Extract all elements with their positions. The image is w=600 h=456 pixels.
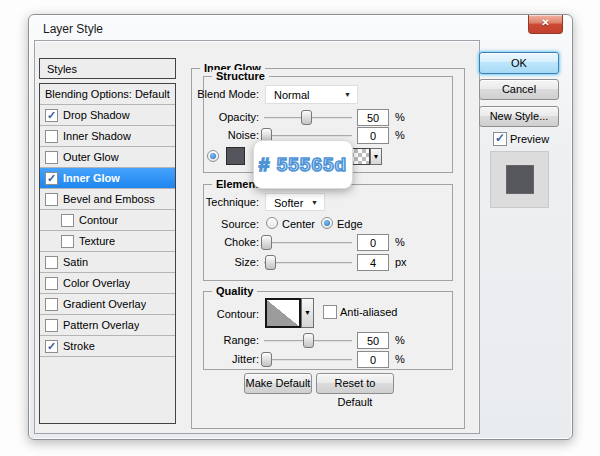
style-checkbox[interactable] <box>61 235 74 248</box>
sidebar-item-color-overlay[interactable]: Color Overlay <box>40 273 175 294</box>
source-label: Source: <box>194 218 259 230</box>
style-checkbox[interactable] <box>45 298 58 311</box>
reset-to-default-button[interactable]: Reset to Default <box>316 373 394 394</box>
blend-mode-dropdown[interactable]: Normal ▼ <box>265 85 358 104</box>
check-icon: ✓ <box>495 131 505 145</box>
style-checkbox-checked[interactable]: ✓ <box>45 340 58 353</box>
styles-list: Blending Options: Default✓Drop ShadowInn… <box>39 83 176 424</box>
size-unit: px <box>395 256 407 268</box>
sidebar-item-blending-options-default[interactable]: Blending Options: Default <box>40 84 175 105</box>
range-label: Range: <box>194 334 259 346</box>
antialiased-checkbox[interactable] <box>323 305 337 319</box>
sidebar-item-satin[interactable]: Satin <box>40 252 175 273</box>
preview-thumbnail <box>490 151 549 208</box>
style-checkbox[interactable] <box>45 193 58 206</box>
source-edge-radio[interactable] <box>321 217 333 229</box>
jitter-slider[interactable] <box>264 351 352 367</box>
slider-track <box>264 262 352 264</box>
sidebar-item-label: Drop Shadow <box>63 109 130 121</box>
size-slider-thumb[interactable] <box>265 255 276 270</box>
size-slider[interactable] <box>264 254 352 270</box>
sidebar-item-label: Contour <box>79 214 118 226</box>
range-unit: % <box>395 334 405 346</box>
preview-label: Preview <box>510 133 549 145</box>
noise-field[interactable]: 0 <box>357 127 389 144</box>
range-slider[interactable] <box>264 332 352 348</box>
sidebar-item-label: Outer Glow <box>63 151 119 163</box>
sidebar-item-label: Gradient Overlay <box>63 298 146 310</box>
range-slider-thumb[interactable] <box>303 333 314 348</box>
sidebar-item-drop-shadow[interactable]: ✓Drop Shadow <box>40 105 175 126</box>
quality-title: Quality <box>212 285 257 297</box>
opacity-slider-thumb[interactable] <box>301 110 312 125</box>
close-button[interactable]: ✕ <box>528 15 563 34</box>
layer-style-dialog: Layer Style ✕ Styles Blending Options: D… <box>28 14 573 440</box>
opacity-unit: % <box>395 111 405 123</box>
styles-header: Styles <box>39 58 176 79</box>
opacity-slider[interactable] <box>264 109 352 125</box>
source-center-radio[interactable] <box>266 217 278 229</box>
sidebar-item-inner-glow[interactable]: ✓Inner Glow <box>40 168 175 189</box>
blend-mode-value: Normal <box>274 89 309 101</box>
choke-slider[interactable] <box>264 234 352 250</box>
preview-layer-swatch <box>506 165 534 194</box>
chevron-down-icon: ▼ <box>304 309 311 316</box>
chevron-down-icon: ▼ <box>344 91 351 98</box>
sidebar-item-pattern-overlay[interactable]: Pattern Overlay <box>40 315 175 336</box>
choke-label: Choke: <box>194 236 259 248</box>
size-field[interactable]: 4 <box>357 254 389 271</box>
contour-label: Contour: <box>194 308 259 320</box>
style-checkbox-checked[interactable]: ✓ <box>45 172 58 185</box>
close-icon: ✕ <box>541 17 549 28</box>
antialiased-label: Anti-aliased <box>340 306 397 318</box>
style-checkbox[interactable] <box>45 130 58 143</box>
new-style-button[interactable]: New Style... <box>479 106 559 127</box>
source-center-label: Center <box>282 218 315 230</box>
ok-button[interactable]: OK <box>479 52 559 74</box>
range-field[interactable]: 50 <box>357 332 389 349</box>
sidebar-item-outer-glow[interactable]: Outer Glow <box>40 147 175 168</box>
sidebar-item-texture[interactable]: Texture <box>40 231 175 252</box>
sidebar-item-contour[interactable]: Contour <box>40 210 175 231</box>
gradient-picker-arrow[interactable]: ▼ <box>370 148 382 165</box>
sidebar-item-label: Blending Options: Default <box>45 88 170 100</box>
technique-value: Softer <box>274 197 303 209</box>
make-default-button[interactable]: Make Default <box>244 373 312 394</box>
choke-field[interactable]: 0 <box>357 234 389 251</box>
style-checkbox[interactable] <box>61 214 74 227</box>
style-checkbox-checked[interactable]: ✓ <box>45 109 58 122</box>
contour-picker-arrow[interactable]: ▼ <box>301 298 314 328</box>
style-checkbox[interactable] <box>45 319 58 332</box>
slider-track <box>264 135 352 137</box>
size-label: Size: <box>194 256 259 268</box>
jitter-label: Jitter: <box>194 353 259 365</box>
sidebar-item-gradient-overlay[interactable]: Gradient Overlay <box>40 294 175 315</box>
jitter-field[interactable]: 0 <box>357 351 389 368</box>
sidebar-item-bevel-and-emboss[interactable]: Bevel and Emboss <box>40 189 175 210</box>
choke-slider-thumb[interactable] <box>261 235 272 250</box>
source-edge-label: Edge <box>337 218 363 230</box>
preview-checkbox[interactable]: ✓ <box>493 132 507 146</box>
blend-mode-label: Blend Mode: <box>194 88 259 100</box>
noise-unit: % <box>395 129 405 141</box>
style-checkbox[interactable] <box>45 277 58 290</box>
sidebar-item-label: Bevel and Emboss <box>63 193 155 205</box>
noise-label: Noise: <box>194 129 259 141</box>
style-checkbox[interactable] <box>45 151 58 164</box>
glow-color-swatch[interactable] <box>226 147 245 165</box>
screenshot-canvas: Layer Style ✕ Styles Blending Options: D… <box>0 0 600 456</box>
cancel-button[interactable]: Cancel <box>479 79 559 100</box>
sidebar-item-stroke[interactable]: ✓Stroke <box>40 336 175 357</box>
sidebar-item-label: Pattern Overlay <box>63 319 139 331</box>
technique-dropdown[interactable]: Softer ▼ <box>265 193 325 211</box>
slider-track <box>264 359 352 361</box>
sidebar-item-label: Color Overlay <box>63 277 130 289</box>
color-radio[interactable] <box>207 150 219 162</box>
contour-picker[interactable] <box>265 298 301 328</box>
opacity-label: Opacity: <box>194 111 259 123</box>
sidebar-item-label: Satin <box>63 256 88 268</box>
sidebar-item-inner-shadow[interactable]: Inner Shadow <box>40 126 175 147</box>
jitter-slider-thumb[interactable] <box>261 352 272 367</box>
style-checkbox[interactable] <box>45 256 58 269</box>
opacity-field[interactable]: 50 <box>357 109 389 126</box>
